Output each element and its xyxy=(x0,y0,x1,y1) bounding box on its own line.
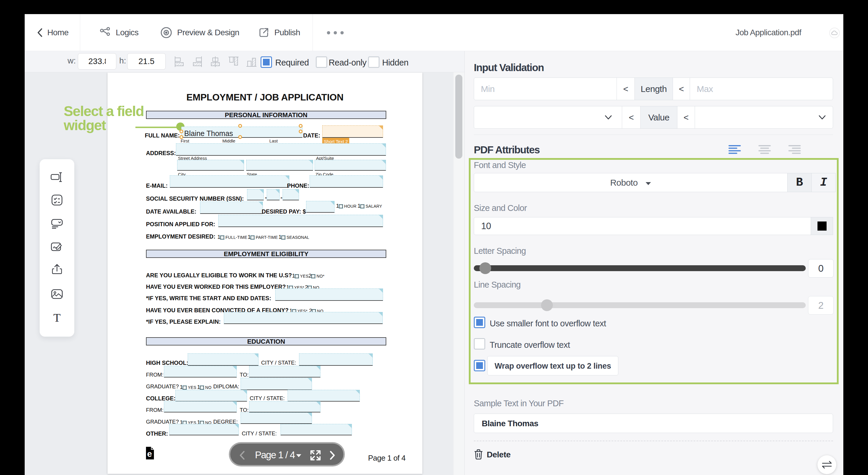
svg-text:e: e xyxy=(147,449,152,458)
svg-text:T: T xyxy=(54,312,61,324)
